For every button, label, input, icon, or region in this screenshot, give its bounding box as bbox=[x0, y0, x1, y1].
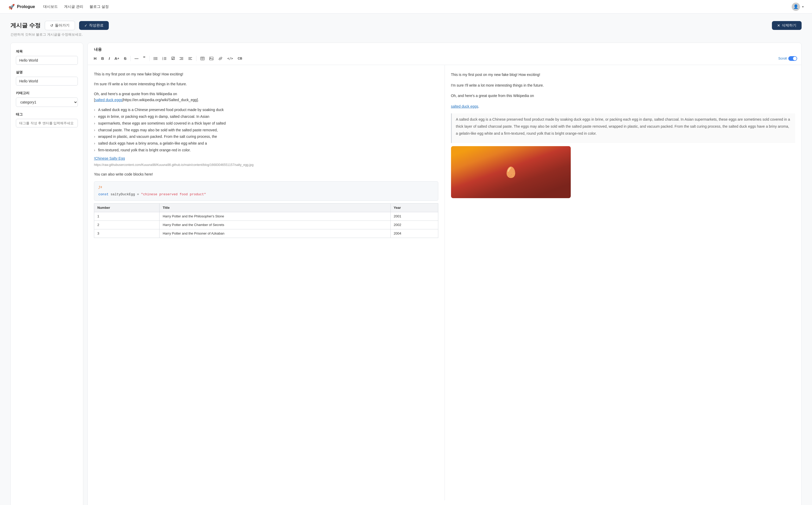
scroll-toggle-area: Scroll bbox=[778, 56, 797, 61]
preview-image: 🥚 bbox=[451, 146, 571, 198]
bq-line-5: wrapped in plastic, and vacuum packed. F… bbox=[94, 134, 438, 140]
svg-rect-22 bbox=[210, 57, 213, 60]
svg-text:3: 3 bbox=[162, 59, 163, 60]
svg-point-4 bbox=[153, 58, 154, 59]
source-para3: Oh, and here's a great quote from this W… bbox=[94, 91, 438, 104]
toolbar-outdent[interactable] bbox=[186, 56, 194, 61]
table-row: 3 Harry Potter and the Prisoner of Azkab… bbox=[94, 229, 438, 238]
complete-button[interactable]: ✓ 작성완료 bbox=[79, 21, 109, 30]
toolbar-sep-2 bbox=[149, 56, 150, 61]
source-image-link: !Chinese Salty Egg https://raw.githubuse… bbox=[94, 156, 438, 168]
svg-rect-18 bbox=[201, 57, 204, 60]
toolbar-table[interactable] bbox=[199, 56, 206, 61]
egg-image: 🥚 bbox=[451, 146, 571, 198]
editor-section-label: 내용 bbox=[88, 43, 801, 52]
toolbar-strikethrough[interactable]: S bbox=[122, 55, 128, 62]
navbar: 🚀 Prologue 대시보드 게시글 관리 블로그 설정 👤 ▾ bbox=[0, 0, 812, 13]
toolbar-quote[interactable]: " bbox=[141, 55, 147, 62]
toolbar-link[interactable] bbox=[216, 56, 225, 61]
editor-toolbar: H B I A+ S — " 123 ☑ bbox=[88, 52, 801, 65]
editor-source[interactable]: This is my first post on my new fake blo… bbox=[88, 65, 445, 500]
back-label: 돌아가기 bbox=[55, 23, 70, 28]
toolbar-code-block[interactable]: CB bbox=[236, 56, 244, 61]
desc-label: 설명 bbox=[16, 70, 78, 74]
editor-split: This is my first post on my new fake blo… bbox=[88, 65, 801, 500]
right-panel: 내용 H B I A+ S — " 123 ☑ bbox=[88, 43, 802, 505]
source-blockquote: A salted duck egg is a Chinese preserved… bbox=[94, 107, 438, 153]
tag-input[interactable] bbox=[16, 119, 78, 128]
preview-para2: I'm sure I'll write a lot more interesti… bbox=[451, 82, 795, 89]
editor-preview: This is my first post on my new fake blo… bbox=[445, 65, 802, 500]
toolbar-image[interactable] bbox=[207, 56, 215, 61]
page-header: 게시글 수정 ↺ 돌아가기 ✓ 작성완료 ✕ 삭제하기 간편하게 깃허브 블로그… bbox=[0, 13, 812, 39]
toolbar-italic[interactable]: I bbox=[107, 55, 112, 62]
page-title: 게시글 수정 bbox=[10, 22, 40, 29]
toolbar-ol[interactable]: 123 bbox=[160, 56, 168, 61]
toolbar-sep-3 bbox=[196, 56, 197, 61]
toolbar-code-inline[interactable]: </> bbox=[226, 56, 235, 61]
x-icon: ✕ bbox=[777, 23, 780, 28]
toolbar-hr[interactable]: — bbox=[133, 55, 140, 62]
bq-line-3: supermarkets, these eggs are sometimes s… bbox=[94, 120, 438, 127]
code-line: const saltyDuckEgg = "chinese preserved … bbox=[98, 192, 434, 197]
check-icon: ✓ bbox=[84, 23, 88, 28]
preview-para3: Oh, and here's a great quote from this W… bbox=[451, 92, 795, 99]
toolbar-indent[interactable] bbox=[178, 56, 185, 61]
toolbar-bold[interactable]: B bbox=[99, 55, 106, 62]
tag-label: 태그 bbox=[16, 112, 78, 117]
nav-links: 대시보드 게시글 관리 블로그 설정 bbox=[43, 4, 109, 9]
source-code-para: You can also write code blocks here! bbox=[94, 171, 438, 178]
svg-point-5 bbox=[153, 59, 154, 60]
title-input[interactable] bbox=[16, 56, 78, 65]
bq-line-7: firm-textured, round yolk that is bright… bbox=[94, 147, 438, 153]
preview-para1: This is my first post on my new fake blo… bbox=[451, 71, 795, 78]
table-header-3: Year bbox=[390, 203, 438, 212]
nav-dashboard[interactable]: 대시보드 bbox=[43, 4, 58, 9]
table-row: 1 Harry Potter and the Philosopher's Sto… bbox=[94, 212, 438, 220]
toolbar-sep-1 bbox=[130, 56, 131, 61]
refresh-icon: ↺ bbox=[50, 23, 53, 28]
source-para2: I'm sure I'll write a lot more interesti… bbox=[94, 81, 438, 88]
desc-input[interactable] bbox=[16, 77, 78, 86]
brand: 🚀 Prologue bbox=[8, 4, 35, 10]
page-subtitle: 간편하게 깃허브 블로그 게시글을 수정해보세요. bbox=[10, 32, 802, 37]
toggle-dot bbox=[793, 57, 797, 60]
category-label: 카테고리 bbox=[16, 91, 78, 96]
delete-button[interactable]: ✕ 삭제하기 bbox=[772, 21, 802, 30]
title-label: 제목 bbox=[16, 49, 78, 54]
preview-blockquote: A salted duck egg is a Chinese preserved… bbox=[451, 113, 795, 143]
toolbar-heading[interactable]: H bbox=[92, 55, 98, 62]
bq-line-6: salted duck eggs have a briny aroma, a g… bbox=[94, 140, 438, 147]
toolbar-checkbox[interactable]: ☑ bbox=[169, 55, 177, 62]
main-layout: 제목 설명 카테고리 category1 category2 category3… bbox=[0, 39, 812, 505]
avatar[interactable]: 👤 bbox=[792, 3, 800, 11]
table-row: 2 Harry Potter and the Chamber of Secret… bbox=[94, 220, 438, 229]
toolbar-font-size[interactable]: A+ bbox=[113, 55, 121, 62]
bq-line-2: eggs in brine, or packing each egg in da… bbox=[94, 114, 438, 120]
navbar-right: 👤 ▾ bbox=[792, 3, 804, 11]
category-select[interactable]: category1 category2 category3 bbox=[16, 98, 78, 107]
complete-label: 작성완료 bbox=[89, 23, 104, 28]
brand-logo: 🚀 bbox=[8, 4, 15, 10]
nav-posts[interactable]: 게시글 관리 bbox=[64, 4, 83, 9]
preview-salted-link[interactable]: salted duck eggs bbox=[451, 104, 478, 109]
brand-name: Prologue bbox=[17, 4, 35, 9]
left-panel: 제목 설명 카테고리 category1 category2 category3… bbox=[10, 43, 83, 505]
table-header-1: Number bbox=[94, 203, 159, 212]
chevron-down-icon: ▾ bbox=[802, 5, 804, 9]
source-table: Number Title Year 1 Harry Potter and the… bbox=[94, 203, 438, 238]
table-header-2: Title bbox=[159, 203, 391, 212]
delete-label: 삭제하기 bbox=[782, 23, 796, 28]
back-button[interactable]: ↺ 돌아가기 bbox=[45, 21, 75, 30]
bq-line-4: charcoal paste. The eggs may also be sol… bbox=[94, 127, 438, 133]
source-link[interactable]: salted duck eggs bbox=[95, 98, 122, 102]
source-para1: This is my first post on my new fake blo… bbox=[94, 71, 438, 77]
source-code-block: js const saltyDuckEgg = "chinese preserv… bbox=[94, 181, 438, 200]
svg-point-3 bbox=[153, 57, 154, 58]
bq-line-1: A salted duck egg is a Chinese preserved… bbox=[94, 107, 438, 113]
toolbar-ul[interactable] bbox=[152, 56, 159, 61]
scroll-toggle[interactable] bbox=[788, 56, 797, 61]
preview-link: salted duck eggs. bbox=[451, 103, 795, 110]
scroll-label: Scroll bbox=[778, 56, 787, 60]
nav-settings[interactable]: 블로그 설정 bbox=[90, 4, 109, 9]
